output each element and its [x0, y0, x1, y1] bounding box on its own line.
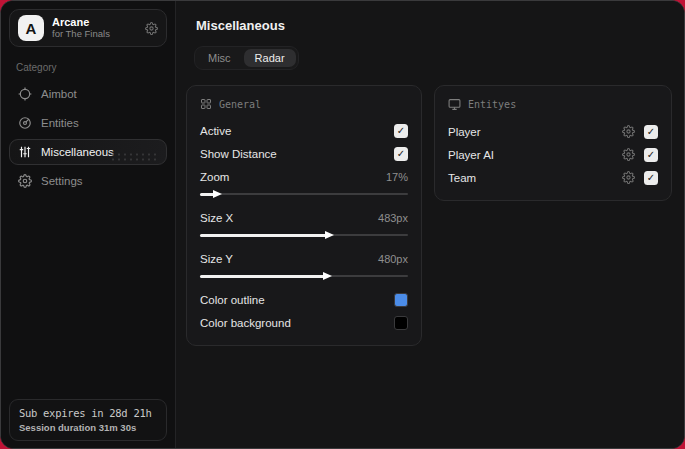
- slider-label: Size Y: [200, 253, 233, 265]
- slider-thumb[interactable]: [213, 190, 222, 198]
- page-title: Miscellaneous: [196, 18, 674, 33]
- entity-label: Player: [448, 126, 481, 138]
- sidebar-item-settings[interactable]: Settings: [9, 168, 167, 194]
- slider-value: 17%: [386, 171, 408, 183]
- slider-value: 480px: [378, 253, 408, 265]
- app-logo: A: [18, 15, 44, 41]
- color-background-swatch[interactable]: [394, 316, 408, 330]
- slider-fill: [200, 234, 327, 237]
- sidebar-item-label: Settings: [41, 175, 83, 187]
- app-name: Arcane: [52, 16, 110, 29]
- toggle-label: Active: [200, 125, 231, 137]
- app-window: A Arcane for The Finals Category Aimbot …: [0, 0, 685, 449]
- slider-row-size-y: Size Y 480px: [200, 247, 408, 270]
- player-ai-checkbox[interactable]: [644, 148, 658, 162]
- gear-icon[interactable]: [622, 148, 635, 161]
- general-card: General Active Show Distance Zoom 17%: [186, 85, 422, 346]
- size-x-slider[interactable]: [200, 230, 408, 240]
- entities-card-title: Entityes: [468, 99, 516, 110]
- team-checkbox[interactable]: [644, 171, 658, 185]
- slider-label: Size X: [200, 212, 233, 224]
- color-row-background: Color background: [200, 311, 408, 334]
- entity-label: Player AI: [448, 149, 494, 161]
- entity-row-player: Player: [448, 120, 658, 143]
- sidebar-item-label: Entities: [41, 117, 79, 129]
- color-label: Color outline: [200, 294, 265, 306]
- session-duration-text: Session duration 31m 30s: [19, 422, 157, 433]
- monitor-icon: [448, 98, 461, 111]
- entity-row-player-ai: Player AI: [448, 143, 658, 166]
- tab-bar: Misc Radar: [194, 46, 299, 70]
- subscription-info-card: Sub expires in 28d 21h Session duration …: [9, 399, 167, 441]
- toggle-row-active: Active: [200, 119, 408, 142]
- sidebar: A Arcane for The Finals Category Aimbot …: [1, 1, 176, 448]
- slider-row-zoom: Zoom 17%: [200, 165, 408, 188]
- app-subtitle: for The Finals: [52, 29, 110, 40]
- app-header-card: A Arcane for The Finals: [9, 9, 167, 47]
- slider-row-size-x: Size X 483px: [200, 206, 408, 229]
- slider-thumb[interactable]: [325, 231, 334, 239]
- entities-card: Entityes Player Player AI: [434, 85, 672, 201]
- general-card-header: General: [200, 98, 408, 110]
- color-outline-swatch[interactable]: [394, 293, 408, 307]
- gear-icon: [18, 174, 32, 188]
- app-title-block: Arcane for The Finals: [52, 16, 110, 40]
- gear-icon[interactable]: [622, 125, 635, 138]
- crosshair-icon: [18, 87, 32, 101]
- toggle-label: Show Distance: [200, 148, 277, 160]
- sidebar-item-label: Aimbot: [41, 88, 77, 100]
- gear-icon[interactable]: [145, 22, 158, 35]
- sidebar-item-label: Miscellaneous: [41, 146, 114, 158]
- slider-track: [200, 193, 408, 195]
- gear-icon[interactable]: [622, 171, 635, 184]
- slider-label: Zoom: [200, 171, 229, 183]
- zoom-slider[interactable]: [200, 189, 408, 199]
- slider-fill: [200, 275, 325, 278]
- entities-card-header: Entityes: [448, 98, 658, 111]
- entities-icon: [18, 116, 32, 130]
- sidebar-item-miscellaneous[interactable]: Miscellaneous: [9, 139, 167, 165]
- cards-row: General Active Show Distance Zoom 17%: [186, 85, 674, 346]
- sliders-icon: [18, 145, 32, 159]
- sidebar-item-entities[interactable]: Entities: [9, 110, 167, 136]
- tab-radar[interactable]: Radar: [244, 49, 296, 67]
- slider-value: 483px: [378, 212, 408, 224]
- color-label: Color background: [200, 317, 291, 329]
- general-card-title: General: [219, 99, 261, 110]
- main-panel: Miscellaneous Misc Radar General Active: [176, 1, 684, 448]
- color-row-outline: Color outline: [200, 288, 408, 311]
- sidebar-item-aimbot[interactable]: Aimbot: [9, 81, 167, 107]
- size-y-slider[interactable]: [200, 271, 408, 281]
- slider-thumb[interactable]: [323, 272, 332, 280]
- sub-expires-text: Sub expires in 28d 21h: [19, 407, 157, 419]
- show-distance-checkbox[interactable]: [394, 147, 408, 161]
- active-checkbox[interactable]: [394, 124, 408, 138]
- entity-label: Team: [448, 172, 476, 184]
- player-checkbox[interactable]: [644, 125, 658, 139]
- entity-row-team: Team: [448, 166, 658, 189]
- grid-icon: [200, 98, 212, 110]
- toggle-row-show-distance: Show Distance: [200, 142, 408, 165]
- category-label: Category: [16, 62, 161, 73]
- tab-misc[interactable]: Misc: [197, 49, 242, 67]
